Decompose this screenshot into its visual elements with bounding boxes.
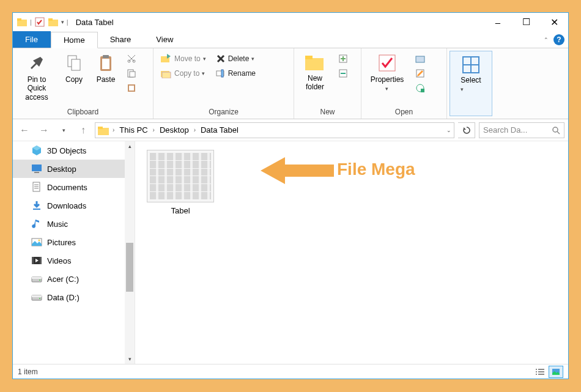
open-extra: [412, 51, 429, 96]
file-name-label: Tabel: [171, 206, 190, 215]
folder-content[interactable]: Tabel File Mega: [135, 141, 568, 364]
svg-rect-35: [34, 172, 39, 173]
delete-button[interactable]: Delete▾: [213, 52, 258, 65]
folder-icon: [17, 17, 28, 28]
crumb-thispc[interactable]: This PC: [118, 125, 149, 135]
svg-rect-18: [162, 72, 171, 78]
copy-to-button[interactable]: Copy to▾: [158, 67, 209, 80]
desktop-icon: [31, 163, 42, 174]
scissors-icon: [127, 54, 136, 64]
new-label: New: [294, 106, 361, 119]
copy-to-icon: [161, 68, 172, 78]
details-view-button[interactable]: [533, 366, 547, 378]
minimize-button[interactable]: –: [484, 13, 512, 31]
details-view-icon: [536, 368, 544, 375]
address-path[interactable]: › This PC › Desktop › Data Tabel ⌄: [95, 122, 454, 138]
sidebar-item-videos[interactable]: Videos: [13, 251, 125, 270]
search-icon: [552, 126, 560, 135]
tab-share[interactable]: Share: [98, 31, 144, 48]
rename-button[interactable]: Rename: [213, 67, 258, 80]
open-button[interactable]: [413, 52, 427, 65]
nav-scrollbar[interactable]: ▴ ▾: [125, 141, 135, 364]
sidebar-item-desktop[interactable]: Desktop: [13, 160, 125, 178]
scroll-down-icon[interactable]: ▾: [125, 354, 135, 364]
svg-rect-57: [538, 374, 544, 375]
select-button[interactable]: Select▾: [451, 53, 490, 97]
folder-icon: [98, 125, 109, 135]
pin-to-quick-access-button[interactable]: Pin to Quick access: [17, 51, 57, 104]
back-button[interactable]: ←: [17, 122, 32, 138]
crumb-desktop[interactable]: Desktop: [158, 125, 190, 135]
refresh-icon: [462, 126, 471, 135]
copy-path-icon: [127, 68, 136, 78]
properties-icon[interactable]: [34, 17, 45, 28]
sidebar-item-drive-d[interactable]: Data (D:): [13, 288, 125, 306]
easy-access-button[interactable]: [336, 67, 350, 80]
annotation-arrow-icon: [261, 157, 334, 184]
cut-button[interactable]: [124, 52, 139, 65]
collapse-ribbon-icon[interactable]: ⌃: [544, 37, 549, 43]
sidebar-item-downloads[interactable]: Downloads: [13, 196, 125, 215]
tab-view[interactable]: View: [144, 31, 186, 48]
help-icon[interactable]: ?: [553, 34, 564, 45]
file-item-tabel[interactable]: Tabel: [144, 150, 217, 215]
new-folder-button[interactable]: New folder: [298, 51, 332, 94]
drive-icon: [31, 292, 42, 303]
open-icon: [415, 54, 425, 64]
qat-separator: |: [30, 18, 32, 26]
svg-line-33: [557, 131, 560, 134]
svg-rect-47: [32, 277, 42, 279]
new-folder-quick-icon[interactable]: [48, 17, 59, 28]
sidebar-item-3d-objects[interactable]: 3D Objects: [13, 141, 125, 160]
sidebar-item-pictures[interactable]: Pictures: [13, 233, 125, 251]
item-count: 1 item: [18, 368, 38, 376]
properties-button[interactable]: Properties▾: [365, 51, 409, 95]
menubar: File Home Share View ⌃ ?: [13, 31, 568, 48]
group-organize: Move to▾ Copy to▾ Delete▾ Rename: [154, 48, 294, 119]
tab-file[interactable]: File: [13, 31, 51, 48]
scroll-up-icon[interactable]: ▴: [125, 141, 135, 151]
scroll-thumb[interactable]: [126, 243, 133, 292]
annotation-text: File Mega: [337, 160, 415, 179]
maximize-button[interactable]: ☐: [512, 13, 540, 31]
edit-button[interactable]: [413, 67, 427, 80]
tab-home[interactable]: Home: [51, 32, 98, 48]
history-button[interactable]: [413, 81, 427, 95]
svg-point-51: [39, 298, 40, 299]
statusbar: 1 item: [13, 364, 568, 379]
address-history-icon[interactable]: ⌄: [446, 127, 451, 133]
easy-access-icon: [338, 68, 348, 78]
recent-locations-button[interactable]: ▾: [56, 122, 72, 138]
sidebar-item-drive-c[interactable]: Acer (C:): [13, 270, 125, 288]
svg-rect-52: [536, 369, 537, 370]
crumb-folder[interactable]: Data Tabel: [199, 125, 240, 135]
forward-button[interactable]: →: [36, 122, 52, 138]
up-button[interactable]: ↑: [75, 122, 91, 138]
properties-check-icon: [377, 53, 397, 73]
new-extra: [335, 51, 352, 81]
svg-rect-6: [72, 59, 80, 70]
history-icon: [415, 83, 425, 93]
paste-shortcut-button[interactable]: [124, 81, 139, 95]
sidebar-item-documents[interactable]: Documents: [13, 178, 125, 196]
paste-button[interactable]: Paste: [91, 51, 120, 86]
search-input[interactable]: Search Da...: [479, 122, 564, 138]
copy-button[interactable]: Copy: [59, 51, 89, 86]
refresh-button[interactable]: [458, 122, 475, 138]
drive-icon: [31, 273, 42, 284]
close-button[interactable]: ✕: [540, 13, 568, 31]
thumbnails-view-button[interactable]: [549, 366, 563, 378]
svg-rect-22: [305, 56, 313, 59]
addressbar: ← → ▾ ↑ › This PC › Desktop › Data Tabel…: [13, 119, 568, 141]
move-to-button[interactable]: Move to▾: [158, 52, 209, 65]
svg-rect-21: [305, 58, 324, 70]
search-placeholder: Search Da...: [483, 125, 527, 135]
copy-path-button[interactable]: [124, 67, 139, 80]
new-item-button[interactable]: [336, 52, 350, 65]
qat-dropdown-icon[interactable]: ▾: [61, 19, 64, 25]
titlebar: | ▾ | Data Tabel – ☐ ✕: [13, 13, 568, 31]
sidebar-item-music[interactable]: Music: [13, 215, 125, 233]
svg-rect-34: [32, 165, 42, 171]
svg-point-48: [39, 279, 40, 281]
paste-icon: [96, 53, 116, 73]
